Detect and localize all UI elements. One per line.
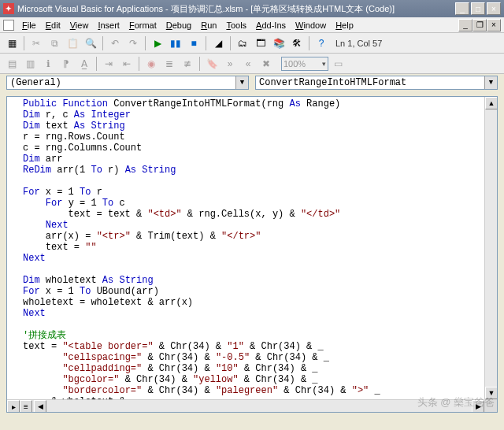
scrollbar-corner: [484, 399, 497, 412]
mdi-doc-icon[interactable]: [3, 20, 14, 31]
find-icon[interactable]: 🔍: [82, 35, 99, 52]
edit-toolbar: ▤ ▥ ℹ ⁋ A̲ ⇥ ⇤ ◉ ≣ ≢ 🔖 » « ✖ 100% ▭: [0, 54, 504, 74]
object-browser-icon[interactable]: 📚: [270, 35, 287, 52]
menu-format[interactable]: Format: [124, 19, 161, 32]
procedure-view-icon[interactable]: ▸: [7, 400, 20, 413]
paste-icon[interactable]: 📋: [64, 35, 81, 52]
menu-file[interactable]: File: [17, 19, 41, 32]
run-icon[interactable]: ▶: [149, 35, 166, 52]
close-button[interactable]: ×: [487, 2, 501, 15]
break-icon[interactable]: ▮▮: [167, 35, 184, 52]
mdi-close-button[interactable]: ×: [487, 19, 501, 32]
properties-icon[interactable]: 🗔: [252, 35, 269, 52]
menu-window[interactable]: Window: [291, 19, 331, 32]
chevron-down-icon: ▼: [235, 76, 248, 89]
code-selectors: (General) ▼ ConvertRangeIntoHTMLFormat ▼: [0, 74, 504, 91]
procedure-dropdown[interactable]: ConvertRangeIntoHTMLFormat ▼: [255, 76, 498, 90]
breakpoint-icon[interactable]: ◉: [143, 55, 160, 72]
copy-icon[interactable]: ⧉: [46, 35, 63, 52]
next-bookmark-icon[interactable]: »: [221, 55, 239, 72]
uncomment-block-icon[interactable]: ≢: [179, 55, 196, 72]
vba-app-icon: ✦: [3, 3, 14, 14]
menu-add-ins[interactable]: Add-Ins: [251, 19, 291, 32]
complete-word-icon[interactable]: A̲: [76, 55, 93, 72]
menu-help[interactable]: Help: [331, 19, 358, 32]
title-bar: ✦ Microsoft Visual Basic for Application…: [0, 0, 504, 17]
comment-block-icon[interactable]: ≣: [161, 55, 178, 72]
maximize-button[interactable]: □: [471, 2, 485, 15]
minimize-button[interactable]: _: [455, 2, 469, 15]
chevron-down-icon: ▼: [484, 76, 497, 89]
code-pane: Public Function ConvertRangeIntoHTMLForm…: [6, 96, 498, 413]
scroll-down-icon[interactable]: ▼: [485, 387, 498, 399]
cursor-position: Ln 1, Col 57: [335, 39, 382, 48]
reset-icon[interactable]: ■: [185, 35, 202, 52]
vertical-scrollbar[interactable]: ▲ ▼: [484, 97, 497, 399]
view-excel-icon[interactable]: ▦: [3, 35, 20, 52]
scroll-right-icon[interactable]: ▶: [472, 400, 484, 413]
menu-insert[interactable]: Insert: [93, 19, 124, 32]
prev-bookmark-icon[interactable]: «: [239, 55, 257, 72]
code-editor[interactable]: Public Function ConvertRangeIntoHTMLForm…: [7, 97, 497, 412]
object-dropdown-value: (General): [10, 77, 61, 88]
menu-edit[interactable]: Edit: [41, 19, 65, 32]
clear-bookmarks-icon[interactable]: ✖: [258, 55, 275, 72]
cut-icon[interactable]: ✂: [28, 35, 45, 52]
mdi-minimize-button[interactable]: _: [458, 19, 472, 32]
procedure-dropdown-value: ConvertRangeIntoHTMLFormat: [259, 77, 406, 88]
list-constants-icon[interactable]: ▥: [21, 55, 39, 72]
mdi-restore-button[interactable]: ❐: [472, 19, 487, 32]
outdent-icon[interactable]: ⇤: [118, 55, 135, 72]
parameter-info-icon[interactable]: ⁋: [57, 55, 75, 72]
full-module-view-icon[interactable]: ≡: [20, 400, 32, 413]
list-properties-icon[interactable]: ▤: [3, 55, 20, 72]
bookmark-icon[interactable]: 🔖: [203, 55, 220, 72]
scroll-left-icon[interactable]: ◀: [34, 400, 46, 413]
object-dropdown[interactable]: (General) ▼: [6, 76, 249, 90]
toggle-view-icon[interactable]: ▭: [329, 55, 346, 72]
menu-view[interactable]: View: [65, 19, 94, 32]
help-icon[interactable]: ?: [313, 35, 330, 52]
design-mode-icon[interactable]: ◢: [209, 35, 227, 52]
redo-icon[interactable]: ↷: [124, 35, 142, 52]
window-controls: _ □ ×: [455, 2, 501, 15]
indent-icon[interactable]: ⇥: [100, 55, 117, 72]
horizontal-scrollbar[interactable]: ▸ ≡ ◀ ▶: [7, 399, 484, 412]
menu-run[interactable]: Run: [196, 19, 221, 32]
menu-tools[interactable]: Tools: [221, 19, 251, 32]
menu-debug[interactable]: Debug: [161, 19, 196, 32]
zoom-combo[interactable]: 100%: [281, 57, 328, 71]
quick-info-icon[interactable]: ℹ: [39, 55, 57, 72]
standard-toolbar: ▦ ✂ ⧉ 📋 🔍 ↶ ↷ ▶ ▮▮ ■ ◢ 🗂 🗔 📚 🛠 ? Ln 1, C…: [0, 33, 504, 54]
project-explorer-icon[interactable]: 🗂: [234, 35, 251, 52]
scroll-up-icon[interactable]: ▲: [485, 97, 498, 109]
undo-icon[interactable]: ↶: [106, 35, 124, 52]
menu-bar: FileEditViewInsertFormatDebugRunToolsAdd…: [0, 17, 504, 33]
toolbox-icon[interactable]: 🛠: [288, 35, 306, 52]
window-title: Microsoft Visual Basic for Applications …: [17, 3, 455, 15]
